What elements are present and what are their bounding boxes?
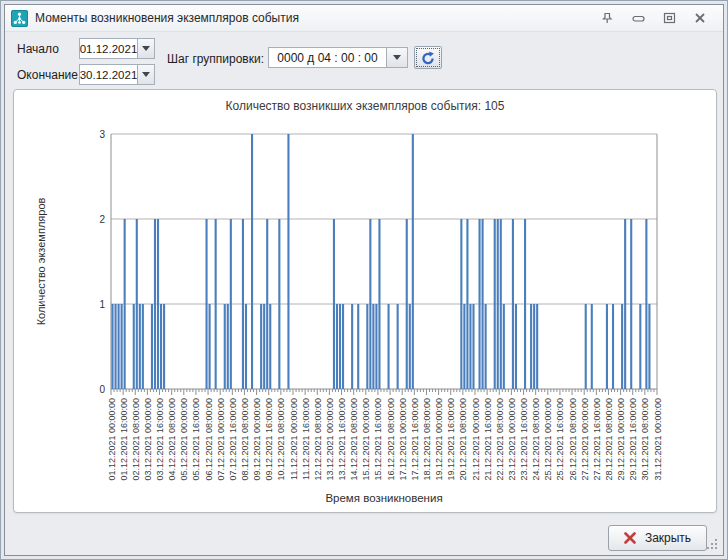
- close-dialog-button[interactable]: Закрыть: [608, 525, 707, 551]
- svg-text:03.12.2021 00:00:00: 03.12.2021 00:00:00: [143, 398, 153, 481]
- svg-text:29.12.2021 00:00:00: 29.12.2021 00:00:00: [616, 398, 626, 481]
- svg-text:1: 1: [99, 299, 105, 310]
- end-date-label: Окончание: [17, 68, 78, 82]
- svg-text:07.12.2021 16:00:00: 07.12.2021 16:00:00: [228, 398, 238, 481]
- svg-text:08.12.2021 08:00:00: 08.12.2021 08:00:00: [240, 398, 250, 481]
- svg-text:03.12.2021 16:00:00: 03.12.2021 16:00:00: [155, 398, 165, 481]
- svg-text:19.12.2021 16:00:00: 19.12.2021 16:00:00: [446, 398, 456, 481]
- start-date-value[interactable]: 01.12.2021: [79, 38, 137, 59]
- svg-text:25.12.2021 16:00:00: 25.12.2021 16:00:00: [555, 398, 565, 481]
- start-date-editor: 01.12.2021: [79, 38, 155, 59]
- maximize-icon: [663, 12, 676, 24]
- svg-text:19.12.2021 00:00:00: 19.12.2021 00:00:00: [434, 398, 444, 481]
- svg-text:26.12.2021 08:00:00: 26.12.2021 08:00:00: [568, 398, 578, 481]
- minimize-button[interactable]: [627, 9, 649, 27]
- svg-text:09.12.2021 00:00:00: 09.12.2021 00:00:00: [252, 398, 262, 481]
- window-title: Моменты возникновения экземпляров событи…: [35, 11, 299, 25]
- resize-grip[interactable]: [707, 539, 718, 550]
- window-buttons: [596, 9, 717, 27]
- svg-text:30.12.2021 08:00:00: 30.12.2021 08:00:00: [640, 398, 650, 481]
- dialog-window: Моменты возникновения экземпляров событи…: [0, 0, 728, 560]
- minimize-icon: [632, 12, 645, 24]
- svg-text:01.12.2021 16:00:00: 01.12.2021 16:00:00: [119, 398, 129, 481]
- grouping-step-value[interactable]: 0000 д 04 : 00 : 00: [268, 47, 386, 68]
- svg-text:17.12.2021 00:00:00: 17.12.2021 00:00:00: [398, 398, 408, 481]
- svg-text:11.12.2021 00:00:00: 11.12.2021 00:00:00: [289, 398, 299, 480]
- close-icon: [694, 12, 706, 24]
- svg-text:11.12.2021 16:00:00: 11.12.2021 16:00:00: [301, 398, 311, 480]
- refresh-icon: [421, 51, 435, 65]
- pin-button[interactable]: [596, 9, 618, 27]
- end-date-editor: 30.12.2021: [79, 64, 155, 85]
- close-button-label: Закрыть: [645, 531, 691, 545]
- occurrence-bar-chart: 012301.12.2021 00:00:0001.12.2021 16:00:…: [15, 120, 715, 512]
- svg-text:07.12.2021 00:00:00: 07.12.2021 00:00:00: [216, 398, 226, 481]
- svg-text:01.12.2021 00:00:00: 01.12.2021 00:00:00: [107, 398, 117, 481]
- svg-text:13.12.2021 16:00:00: 13.12.2021 16:00:00: [337, 398, 347, 481]
- svg-text:23.12.2021 16:00:00: 23.12.2021 16:00:00: [519, 398, 529, 481]
- title-bar: Моменты возникновения экземпляров событи…: [5, 5, 723, 32]
- pin-icon: [601, 12, 613, 25]
- maximize-button[interactable]: [658, 9, 680, 27]
- svg-text:05.12.2021 16:00:00: 05.12.2021 16:00:00: [191, 398, 201, 481]
- svg-text:2: 2: [99, 214, 105, 225]
- svg-text:21.12.2021 16:00:00: 21.12.2021 16:00:00: [483, 398, 493, 481]
- red-x-icon: [624, 532, 636, 544]
- svg-text:18.12.2021 08:00:00: 18.12.2021 08:00:00: [422, 398, 432, 481]
- svg-text:21.12.2021 00:00:00: 21.12.2021 00:00:00: [471, 398, 481, 481]
- start-date-dropdown-button[interactable]: [137, 38, 155, 59]
- grouping-step-dropdown-button[interactable]: [386, 47, 408, 68]
- grouping-step-label: Шаг группировки:: [167, 52, 264, 66]
- svg-text:13.12.2021 00:00:00: 13.12.2021 00:00:00: [325, 398, 335, 481]
- window-close-button[interactable]: [689, 9, 711, 27]
- chart-title: Количество возникших экземпляров события…: [14, 90, 716, 120]
- svg-text:Время возникновения: Время возникновения: [325, 492, 442, 504]
- svg-text:15.12.2021 00:00:00: 15.12.2021 00:00:00: [361, 398, 371, 481]
- refresh-button[interactable]: [414, 46, 442, 69]
- start-date-label: Начало: [17, 42, 59, 56]
- svg-text:31.12.2021 00:00:00: 31.12.2021 00:00:00: [653, 398, 663, 481]
- svg-text:16.12.2021 08:00:00: 16.12.2021 08:00:00: [386, 398, 396, 481]
- svg-text:25.12.2021 00:00:00: 25.12.2021 00:00:00: [543, 398, 553, 481]
- svg-text:23.12.2021 00:00:00: 23.12.2021 00:00:00: [507, 398, 517, 481]
- svg-text:06.12.2021 08:00:00: 06.12.2021 08:00:00: [204, 398, 214, 481]
- svg-text:10.12.2021 08:00:00: 10.12.2021 08:00:00: [276, 398, 286, 481]
- dialog-frame: Моменты возникновения экземпляров событи…: [4, 4, 724, 556]
- chevron-down-icon: [393, 55, 401, 60]
- svg-text:14.12.2021 08:00:00: 14.12.2021 08:00:00: [349, 398, 359, 481]
- svg-text:17.12.2021 16:00:00: 17.12.2021 16:00:00: [410, 398, 420, 481]
- client-area: Начало 01.12.2021 Окончание 30.12.2021 Ш…: [5, 32, 723, 555]
- svg-text:15.12.2021 16:00:00: 15.12.2021 16:00:00: [373, 398, 383, 481]
- svg-text:20.12.2021 08:00:00: 20.12.2021 08:00:00: [458, 398, 468, 481]
- svg-text:12.12.2021 08:00:00: 12.12.2021 08:00:00: [313, 398, 323, 481]
- svg-text:02.12.2021 08:00:00: 02.12.2021 08:00:00: [131, 398, 141, 481]
- chevron-down-icon: [142, 46, 150, 51]
- svg-text:24.12.2021 08:00:00: 24.12.2021 08:00:00: [531, 398, 541, 481]
- svg-text:22.12.2021 08:00:00: 22.12.2021 08:00:00: [495, 398, 505, 481]
- chevron-down-icon: [142, 72, 150, 77]
- end-date-dropdown-button[interactable]: [137, 64, 155, 85]
- app-network-icon: [11, 10, 28, 27]
- svg-text:09.12.2021 16:00:00: 09.12.2021 16:00:00: [264, 398, 274, 481]
- grouping-step-editor: 0000 д 04 : 00 : 00: [268, 47, 408, 68]
- svg-text:0: 0: [99, 384, 105, 395]
- chart-panel: Количество возникших экземпляров события…: [13, 89, 717, 513]
- svg-text:28.12.2021 08:00:00: 28.12.2021 08:00:00: [604, 398, 614, 481]
- end-date-value[interactable]: 30.12.2021: [79, 64, 137, 85]
- svg-text:27.12.2021 16:00:00: 27.12.2021 16:00:00: [592, 398, 602, 481]
- svg-text:27.12.2021 00:00:00: 27.12.2021 00:00:00: [580, 398, 590, 481]
- svg-text:05.12.2021 00:00:00: 05.12.2021 00:00:00: [179, 398, 189, 481]
- svg-text:04.12.2021 08:00:00: 04.12.2021 08:00:00: [167, 398, 177, 481]
- svg-text:29.12.2021 16:00:00: 29.12.2021 16:00:00: [628, 398, 638, 481]
- svg-text:Количество экземпляров: Количество экземпляров: [35, 198, 47, 326]
- svg-text:3: 3: [99, 129, 105, 140]
